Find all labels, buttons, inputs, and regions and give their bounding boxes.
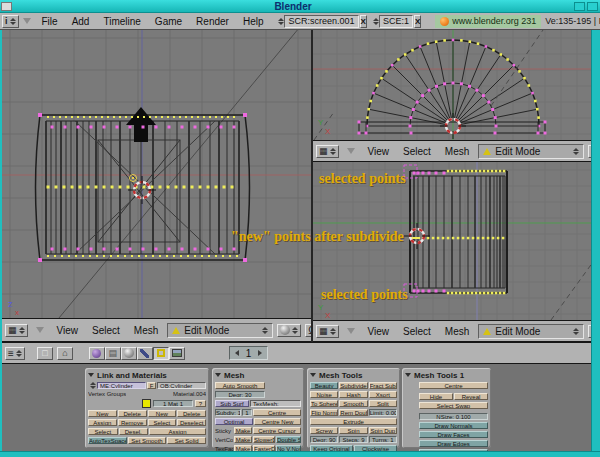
set-smooth-button[interactable]: Set Smooth <box>128 437 167 444</box>
mode-dropdown[interactable]: Edit Mode <box>478 324 584 339</box>
fract-subd-button[interactable]: Fract Subd <box>369 382 397 389</box>
menu-add[interactable]: Add <box>65 16 97 27</box>
menu-help[interactable]: Help <box>236 16 271 27</box>
window-border-right[interactable] <box>591 30 600 457</box>
viewport-type-button[interactable]: ▦ <box>316 325 339 338</box>
vgroup-assign-button[interactable]: Assign <box>88 419 117 426</box>
minimize-button[interactable] <box>574 2 585 11</box>
menu-view[interactable]: View <box>52 325 84 336</box>
centre-cursor-button[interactable]: Centre Cursor <box>253 427 301 434</box>
sticky-make-button[interactable]: Make <box>234 427 252 434</box>
to-sphere-button[interactable]: To Sphere <box>310 400 338 407</box>
3d-viewport-left[interactable]: zx <box>2 30 311 318</box>
menu-game[interactable]: Game <box>148 16 189 27</box>
menu-mesh[interactable]: Mesh <box>440 326 474 337</box>
3d-viewport-top-right[interactable]: YX <box>313 30 591 140</box>
home-button[interactable]: ⌂ <box>57 347 73 360</box>
script-context-button[interactable]: ▤ <box>105 347 121 360</box>
pivot-button[interactable]: Ω <box>305 324 311 337</box>
shading-context-button[interactable] <box>121 347 137 360</box>
menu-mesh[interactable]: Mesh <box>440 146 474 157</box>
stepper-icon[interactable] <box>330 328 336 335</box>
spin-button[interactable]: Spin <box>339 427 367 434</box>
turns-field[interactable]: Turns: 1 <box>369 436 397 443</box>
panel-collapse-icon[interactable] <box>405 373 411 377</box>
frame-next-icon[interactable] <box>258 350 262 356</box>
split-button[interactable]: Split <box>369 400 397 407</box>
spin-dup-button[interactable]: Spin Dup <box>369 427 397 434</box>
material-delete-button[interactable]: Delete <box>177 410 206 417</box>
info-window-button[interactable]: i <box>2 15 19 28</box>
panel-collapse-icon[interactable] <box>310 373 316 377</box>
double-sided-toggle[interactable]: Double Sided <box>276 436 301 443</box>
viewport-type-button[interactable]: ▦ <box>5 324 28 337</box>
menu-select[interactable]: Select <box>87 325 125 336</box>
degr-90-field[interactable]: Degr: 90 <box>310 436 338 443</box>
subdiv-field[interactable]: Subdiv: 1 <box>215 409 241 416</box>
texmesh-field[interactable]: TexMesh: <box>250 400 301 407</box>
menu-timeline[interactable]: Timeline <box>96 16 147 27</box>
collapse-arrow-icon[interactable] <box>23 18 31 24</box>
draw-edges-toggle[interactable]: Draw Edges <box>419 440 488 447</box>
menu-select[interactable]: Select <box>398 326 436 337</box>
vertcol-make-button[interactable]: Make <box>234 436 252 443</box>
material-new-button[interactable]: New <box>148 410 177 417</box>
material-assign-button[interactable]: Assign <box>149 428 206 435</box>
noise-button[interactable]: Noise <box>310 391 338 398</box>
mode-dropdown[interactable]: Edit Mode <box>167 323 273 338</box>
stepper-icon[interactable] <box>10 18 16 25</box>
draw-faces-toggle[interactable]: Draw Faces <box>419 431 488 438</box>
draw-normals-toggle[interactable]: Draw Normals <box>419 422 488 429</box>
screw-button[interactable]: Screw <box>310 427 338 434</box>
extrude-button[interactable]: Extrude <box>310 418 397 425</box>
subdivide-button[interactable]: Subdivide <box>339 382 367 389</box>
hide-button[interactable]: Hide <box>419 393 453 400</box>
frame-prev-icon[interactable] <box>235 350 239 356</box>
material-color-swatch[interactable] <box>142 399 151 408</box>
frame-counter[interactable]: 1 <box>229 346 269 360</box>
autotexspace-toggle[interactable]: AutoTexSpace <box>88 437 127 444</box>
window-menu-button[interactable] <box>1 2 12 11</box>
mesh-browse-stepper[interactable] <box>90 382 96 389</box>
menu-view[interactable]: View <box>363 326 395 337</box>
stepper-icon[interactable] <box>292 327 298 334</box>
scene-close-button[interactable]: X <box>414 15 421 28</box>
object-context-button[interactable] <box>137 347 153 360</box>
header-collapse-icon[interactable] <box>347 148 355 154</box>
maximize-button[interactable] <box>587 2 598 11</box>
rem-doubles-button[interactable]: Rem Doubl <box>339 409 367 416</box>
mesh-name-field[interactable]: ME:Cylinder <box>97 382 146 389</box>
window-type-button[interactable]: ≡ <box>5 347 25 360</box>
fake-user-button[interactable]: F <box>147 382 156 389</box>
3d-viewport-bottom-right[interactable]: YX <box>313 162 591 320</box>
vgroup-delete-button[interactable]: Delete <box>118 410 147 417</box>
select-swap-button[interactable]: Select Swap <box>419 402 488 409</box>
flip-normals-button[interactable]: Flip Norm <box>310 409 338 416</box>
menu-view[interactable]: View <box>363 146 395 157</box>
object-name-field[interactable]: OB:Cylinder <box>157 382 206 389</box>
viewport-type-button[interactable]: ▦ <box>316 145 339 158</box>
draw-mode-button[interactable] <box>277 324 301 337</box>
stepper-icon[interactable] <box>16 350 22 357</box>
menu-render[interactable]: Render <box>189 16 236 27</box>
centre-button[interactable]: Centre <box>419 382 488 389</box>
editing-context-button[interactable] <box>153 347 169 360</box>
subsurf-toggle[interactable]: Sub Surf <box>215 400 249 407</box>
frame-number[interactable]: 1 <box>246 348 252 359</box>
scene-context-button[interactable] <box>169 347 185 360</box>
panel-align-button[interactable]: □ <box>37 347 53 360</box>
header-collapse-icon[interactable] <box>347 328 355 334</box>
steps-field[interactable]: Steps: 9 <box>339 436 367 443</box>
menu-mesh[interactable]: Mesh <box>129 325 163 336</box>
centre-button[interactable]: Centre <box>253 409 301 416</box>
vgroup-select-button[interactable]: Select <box>88 428 118 435</box>
vgroup-deselect-button[interactable]: Desel. <box>119 428 149 435</box>
smooth-button[interactable]: Smooth <box>339 400 367 407</box>
vgroup-remove-button[interactable]: Remove <box>118 419 147 426</box>
centre-new-button[interactable]: Centre New <box>254 418 301 425</box>
hash-button[interactable]: Hash <box>339 391 367 398</box>
beauty-toggle[interactable]: Beauty <box>310 382 338 389</box>
limit-field[interactable]: Limit: 0.001 <box>369 409 397 416</box>
vgroup-new-button[interactable]: New <box>88 410 117 417</box>
header-collapse-icon[interactable] <box>36 327 44 333</box>
